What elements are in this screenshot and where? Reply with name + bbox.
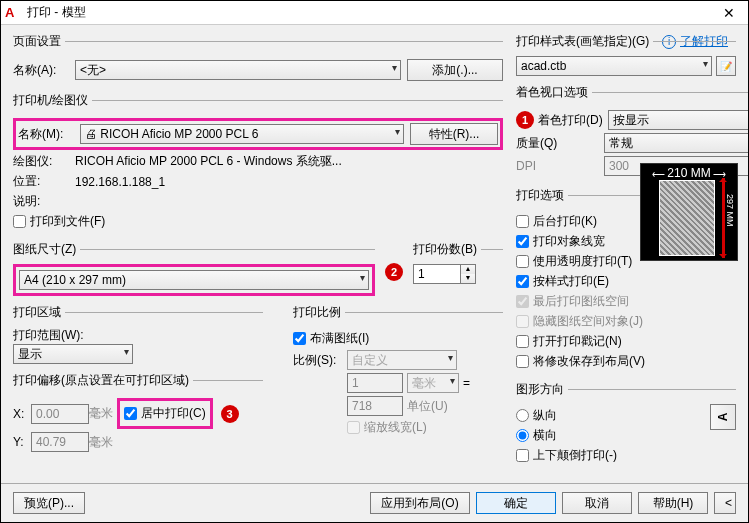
opt-paperspace-last-checkbox	[516, 295, 529, 308]
copies-legend: 打印份数(B)	[413, 241, 481, 258]
fit-paper-checkbox[interactable]	[293, 332, 306, 345]
style-table-select[interactable]: acad.ctb	[516, 56, 712, 76]
print-range-select[interactable]: 显示	[13, 344, 133, 364]
orientation-legend: 图形方向	[516, 381, 568, 398]
edit-style-icon[interactable]: 📝	[716, 56, 736, 76]
print-to-file-checkbox[interactable]	[13, 215, 26, 228]
opt4-label: 按样式打印(E)	[533, 273, 609, 290]
printer-name-label: 名称(M):	[18, 126, 80, 143]
position-label: 位置:	[13, 173, 75, 190]
opt6-label: 隐藏图纸空间对象(J)	[533, 313, 643, 330]
plotter-label: 绘图仪:	[13, 153, 75, 170]
portrait-label: 纵向	[533, 407, 557, 424]
ratio-label: 比例(S):	[293, 352, 347, 369]
viewport-legend: 着色视口选项	[516, 84, 592, 101]
opt3-label: 使用透明度打印(T)	[533, 253, 632, 270]
marker-2: 2	[385, 263, 403, 281]
opt-lineweight-checkbox[interactable]	[516, 235, 529, 248]
collapse-button[interactable]: <	[714, 492, 736, 514]
fit-paper-label: 布满图纸(I)	[310, 330, 369, 347]
scale-lineweight-label: 缩放线宽(L)	[364, 419, 427, 436]
opt-save-checkbox[interactable]	[516, 355, 529, 368]
y-unit: 毫米	[89, 434, 117, 451]
page-setup-name-select[interactable]: <无>	[75, 60, 401, 80]
y-input	[31, 432, 89, 452]
paper-preview: ⟵ 210 MM ⟶ 297 MM	[640, 163, 738, 261]
scale-num2	[347, 396, 403, 416]
range-label: 打印范围(W):	[13, 327, 263, 344]
x-unit: 毫米	[89, 405, 117, 422]
name-label: 名称(A):	[13, 62, 75, 79]
printer-legend: 打印机/绘图仪	[13, 92, 92, 109]
window-title: 打印 - 模型	[27, 4, 714, 21]
style-table-legend: 打印样式表(画笔指定)(G)	[516, 33, 653, 50]
paper-size-select[interactable]: A4 (210 x 297 mm)	[19, 270, 369, 290]
close-icon[interactable]: ✕	[714, 5, 744, 21]
opt5-label: 最后打印图纸空间	[533, 293, 629, 310]
ok-button[interactable]: 确定	[476, 492, 556, 514]
offset-legend: 打印偏移(原点设置在可打印区域)	[13, 372, 193, 389]
options-legend: 打印选项	[516, 187, 568, 204]
printer-name-select[interactable]: 🖨 RICOH Aficio MP 2000 PCL 6	[80, 124, 404, 144]
x-label: X:	[13, 407, 31, 421]
dpi-label: DPI	[516, 159, 604, 173]
opt-stamp-checkbox[interactable]	[516, 335, 529, 348]
shade-label: 着色打印(D)	[538, 112, 608, 129]
unit-label: 单位(U)	[407, 398, 448, 415]
preview-height-label: 297 MM	[725, 194, 735, 227]
app-icon	[5, 5, 21, 21]
preview-button[interactable]: 预览(P)...	[13, 492, 85, 514]
help-button[interactable]: 帮助(H)	[638, 492, 708, 514]
opt-hide-checkbox	[516, 315, 529, 328]
spinner-down[interactable]: ▼	[461, 274, 475, 283]
unit-select: 毫米	[407, 373, 459, 393]
page-setup-legend: 页面设置	[13, 33, 65, 50]
scale-num1	[347, 373, 403, 393]
desc-label: 说明:	[13, 193, 75, 210]
shade-select[interactable]: 按显示	[608, 110, 749, 130]
opt-transparency-checkbox[interactable]	[516, 255, 529, 268]
properties-button[interactable]: 特性(R)...	[410, 123, 498, 145]
add-button[interactable]: 添加(.)...	[407, 59, 503, 81]
opt-background-checkbox[interactable]	[516, 215, 529, 228]
opt1-label: 后台打印(K)	[533, 213, 597, 230]
portrait-radio[interactable]	[516, 409, 529, 422]
center-print-label: 居中打印(C)	[141, 405, 206, 422]
opt8-label: 将修改保存到布局(V)	[533, 353, 645, 370]
scale-lineweight-checkbox	[347, 421, 360, 434]
opt7-label: 打开打印戳记(N)	[533, 333, 622, 350]
quality-label: 质量(Q)	[516, 135, 604, 152]
cancel-button[interactable]: 取消	[562, 492, 632, 514]
scale-select: 自定义	[347, 350, 457, 370]
y-label: Y:	[13, 435, 31, 449]
landscape-radio[interactable]	[516, 429, 529, 442]
scale-legend: 打印比例	[293, 304, 345, 321]
upside-checkbox[interactable]	[516, 449, 529, 462]
print-to-file-label: 打印到文件(F)	[30, 213, 105, 230]
marker-3: 3	[221, 405, 239, 423]
quality-select[interactable]: 常规	[604, 133, 749, 153]
print-area-legend: 打印区域	[13, 304, 65, 321]
spinner-up[interactable]: ▲	[461, 265, 475, 274]
apply-layout-button[interactable]: 应用到布局(O)	[370, 492, 470, 514]
upside-label: 上下颠倒打印(-)	[533, 447, 617, 464]
landscape-label: 横向	[533, 427, 557, 444]
plotter-value: RICOH Aficio MP 2000 PCL 6 - Windows 系统驱…	[75, 153, 342, 170]
paper-size-legend: 图纸尺寸(Z)	[13, 241, 80, 258]
orientation-preview-icon: A	[710, 404, 736, 430]
opt-bystyle-checkbox[interactable]	[516, 275, 529, 288]
x-input	[31, 404, 89, 424]
center-print-checkbox[interactable]	[124, 407, 137, 420]
position-value: 192.168.1.188_1	[75, 175, 165, 189]
marker-1: 1	[516, 111, 534, 129]
opt2-label: 打印对象线宽	[533, 233, 605, 250]
copies-input[interactable]	[413, 264, 461, 284]
